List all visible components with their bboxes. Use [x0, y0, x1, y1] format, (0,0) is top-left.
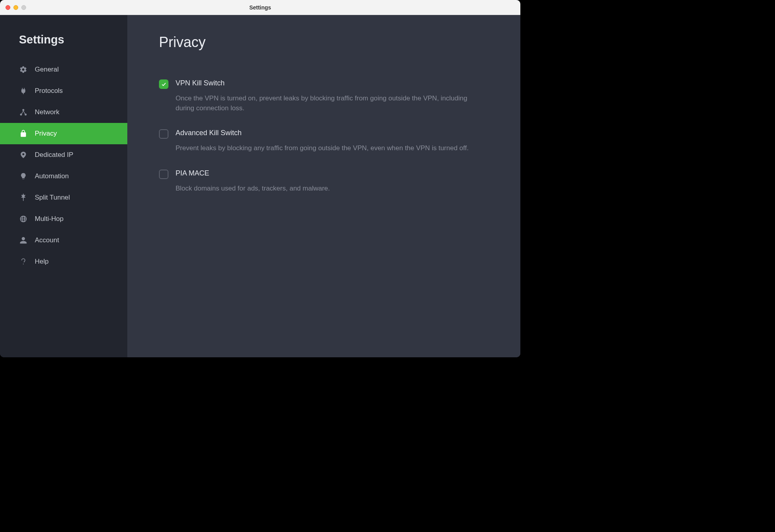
person-icon [19, 236, 28, 245]
settings-window: Settings Settings General Protocols [0, 0, 520, 357]
setting-advanced-kill-switch: Advanced Kill Switch Prevent leaks by bl… [159, 129, 489, 153]
sidebar-item-general[interactable]: General [0, 59, 127, 80]
sidebar-item-label: Protocols [35, 87, 63, 95]
setting-vpn-kill-switch: VPN Kill Switch Once the VPN is turned o… [159, 79, 489, 113]
window-title: Settings [0, 4, 520, 11]
svg-point-0 [23, 109, 25, 111]
plug-icon [19, 87, 28, 95]
dedicated-ip-icon [19, 151, 28, 159]
traffic-lights [6, 5, 26, 10]
sidebar-item-label: Automation [35, 172, 69, 180]
checkbox-vpn-kill-switch[interactable] [159, 79, 168, 89]
sidebar-item-dedicated-ip[interactable]: Dedicated IP [0, 144, 127, 166]
sidebar-item-account[interactable]: Account [0, 230, 127, 251]
sidebar-item-label: Account [35, 236, 59, 244]
sidebar-item-label: General [35, 66, 59, 74]
setting-description: Prevent leaks by blocking any traffic fr… [176, 143, 484, 153]
sidebar-item-privacy[interactable]: Privacy [0, 123, 127, 144]
minimize-window-button[interactable] [13, 5, 18, 10]
question-icon [19, 257, 28, 266]
setting-title: Advanced Kill Switch [176, 129, 489, 137]
sidebar-item-label: Help [35, 258, 49, 266]
page-title: Privacy [159, 34, 489, 51]
sidebar-item-network[interactable]: Network [0, 102, 127, 123]
sidebar-item-label: Network [35, 108, 59, 116]
setting-title: VPN Kill Switch [176, 79, 489, 87]
sidebar-item-help[interactable]: Help [0, 251, 127, 272]
checkbox-pia-mace[interactable] [159, 170, 168, 179]
setting-description: Block domains used for ads, trackers, an… [176, 184, 484, 194]
sidebar: Settings General Protocols [0, 15, 127, 357]
sidebar-item-automation[interactable]: Automation [0, 166, 127, 187]
sidebar-item-multi-hop[interactable]: Multi-Hop [0, 208, 127, 230]
check-icon [161, 81, 166, 87]
setting-pia-mace: PIA MACE Block domains used for ads, tra… [159, 169, 489, 194]
sidebar-item-label: Dedicated IP [35, 151, 73, 159]
network-icon [19, 108, 28, 117]
content-pane: Privacy VPN Kill Switch Once the VPN is … [127, 15, 520, 357]
setting-description: Once the VPN is turned on, prevent leaks… [176, 94, 484, 113]
sidebar-item-label: Split Tunnel [35, 194, 70, 202]
checkbox-advanced-kill-switch[interactable] [159, 129, 168, 139]
sidebar-item-label: Privacy [35, 130, 57, 138]
gear-icon [19, 65, 28, 74]
lightbulb-icon [19, 172, 28, 181]
sidebar-heading: Settings [0, 33, 127, 59]
close-window-button[interactable] [6, 5, 10, 10]
sidebar-nav: General Protocols Network [0, 59, 127, 272]
titlebar: Settings [0, 0, 520, 15]
setting-title: PIA MACE [176, 169, 489, 177]
maximize-window-button[interactable] [21, 5, 26, 10]
lock-icon [19, 129, 28, 138]
globe-icon [19, 215, 28, 223]
sidebar-item-label: Multi-Hop [35, 215, 64, 223]
split-tunnel-icon [19, 193, 28, 202]
sidebar-item-protocols[interactable]: Protocols [0, 80, 127, 102]
sidebar-item-split-tunnel[interactable]: Split Tunnel [0, 187, 127, 208]
